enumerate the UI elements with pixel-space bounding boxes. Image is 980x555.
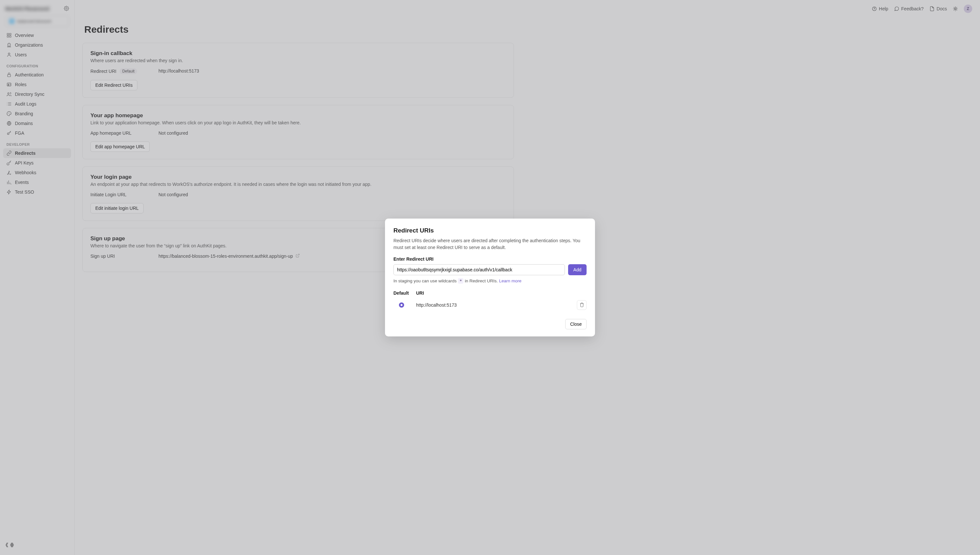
trash-icon [579, 302, 584, 307]
add-button[interactable]: Add [568, 264, 587, 275]
uri-value: http://localhost:5173 [416, 302, 570, 308]
modal-desc: Redirect URIs decide where users are dir… [393, 237, 587, 250]
redirect-uris-modal: Redirect URIs Redirect URIs decide where… [385, 218, 595, 337]
uri-row: http://localhost:5173 [393, 299, 587, 311]
wildcard-hint: In staging you can use wildcards * in Re… [393, 279, 587, 283]
delete-uri-button[interactable] [577, 300, 587, 310]
close-button[interactable]: Close [565, 319, 587, 329]
redirect-uri-input[interactable] [393, 264, 565, 275]
modal-title: Redirect URIs [393, 227, 587, 234]
learn-more-link[interactable]: Learn more [499, 279, 521, 283]
default-radio[interactable] [399, 302, 404, 308]
input-label: Enter Redirect URI [393, 257, 587, 261]
modal-overlay[interactable]: Redirect URIs Redirect URIs decide where… [0, 0, 980, 555]
col-uri: URI [416, 290, 424, 296]
uri-table: Default URI http://localhost:5173 [393, 290, 587, 311]
col-default: Default [393, 290, 410, 296]
